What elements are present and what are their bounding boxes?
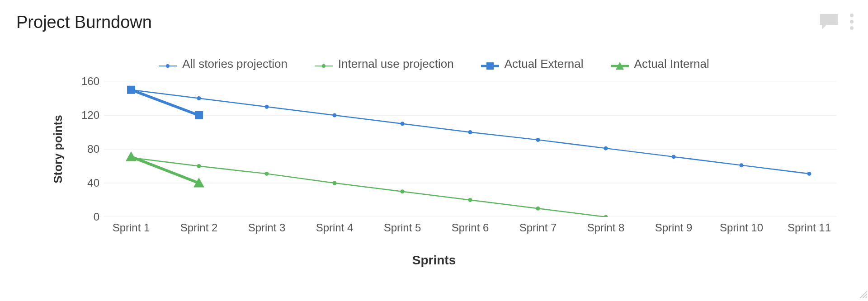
svg-point-2 bbox=[850, 26, 854, 30]
legend-item-all-stories[interactable]: All stories projection bbox=[159, 57, 288, 71]
plot-wrap: Story points 04080120160 Sprint 1Sprint … bbox=[45, 81, 845, 235]
svg-rect-8 bbox=[486, 62, 494, 70]
svg-point-19 bbox=[333, 113, 337, 118]
y-axis-label: Story points bbox=[51, 115, 65, 183]
svg-point-22 bbox=[536, 138, 540, 142]
svg-marker-37 bbox=[126, 151, 137, 161]
svg-point-25 bbox=[740, 163, 744, 167]
svg-point-23 bbox=[604, 146, 608, 150]
x-tick-label: Sprint 7 bbox=[519, 221, 557, 234]
y-tick-label: 160 bbox=[81, 75, 99, 88]
svg-rect-35 bbox=[127, 86, 135, 94]
legend-item-actual-internal[interactable]: Actual Internal bbox=[611, 57, 709, 71]
x-tick-label: Sprint 3 bbox=[248, 221, 286, 234]
comment-icon[interactable] bbox=[819, 13, 839, 30]
y-tick-label: 120 bbox=[81, 109, 99, 122]
legend-swatch bbox=[611, 60, 629, 69]
svg-point-21 bbox=[468, 130, 472, 134]
chart-title: Project Burndown bbox=[16, 13, 152, 32]
burndown-chart-card: Project Burndown All stories projection bbox=[0, 0, 868, 301]
svg-point-26 bbox=[807, 172, 811, 176]
svg-point-34 bbox=[604, 215, 608, 217]
plot-svg bbox=[104, 81, 836, 217]
chart-legend: All stories projection Internal use proj… bbox=[0, 57, 868, 71]
legend-swatch bbox=[315, 60, 333, 69]
legend-item-internal-use[interactable]: Internal use projection bbox=[315, 57, 454, 71]
svg-point-24 bbox=[672, 155, 676, 159]
x-tick-label: Sprint 9 bbox=[655, 221, 693, 234]
x-tick-label: Sprint 1 bbox=[113, 221, 150, 234]
kebab-menu-icon[interactable] bbox=[849, 13, 854, 31]
svg-point-30 bbox=[333, 181, 337, 185]
svg-point-32 bbox=[468, 198, 472, 202]
legend-label: Actual Internal bbox=[634, 57, 709, 71]
x-tick-label: Sprint 10 bbox=[720, 221, 763, 234]
legend-swatch bbox=[159, 60, 177, 69]
y-tick-label: 80 bbox=[81, 143, 99, 155]
legend-label: Internal use projection bbox=[338, 57, 454, 71]
legend-label: Actual External bbox=[505, 57, 584, 71]
x-tick-label: Sprint 2 bbox=[180, 221, 218, 234]
x-tick-label: Sprint 8 bbox=[587, 221, 625, 234]
chart-toolbar bbox=[819, 13, 854, 31]
x-tick-label: Sprint 6 bbox=[452, 221, 489, 234]
x-tick-label: Sprint 4 bbox=[316, 221, 354, 234]
legend-item-actual-external[interactable]: Actual External bbox=[481, 57, 584, 71]
svg-point-31 bbox=[401, 189, 405, 193]
svg-point-17 bbox=[197, 96, 201, 100]
svg-point-20 bbox=[401, 122, 405, 126]
legend-label: All stories projection bbox=[182, 57, 288, 71]
y-tick-label: 0 bbox=[81, 211, 99, 223]
legend-swatch bbox=[481, 60, 499, 69]
x-axis-label: Sprints bbox=[0, 253, 868, 268]
svg-point-18 bbox=[265, 105, 269, 109]
svg-point-6 bbox=[322, 64, 326, 68]
y-tick-label: 40 bbox=[81, 177, 99, 189]
svg-point-28 bbox=[197, 164, 201, 168]
svg-point-1 bbox=[850, 20, 854, 24]
svg-rect-36 bbox=[195, 111, 203, 119]
x-tick-label: Sprint 11 bbox=[788, 221, 831, 234]
svg-line-41 bbox=[865, 296, 867, 298]
svg-point-4 bbox=[166, 64, 170, 68]
svg-point-0 bbox=[850, 14, 854, 17]
svg-point-33 bbox=[536, 207, 540, 211]
svg-point-29 bbox=[265, 172, 269, 176]
x-tick-label: Sprint 5 bbox=[384, 221, 421, 234]
resize-handle-icon[interactable] bbox=[858, 289, 867, 300]
plot-area bbox=[104, 81, 836, 217]
